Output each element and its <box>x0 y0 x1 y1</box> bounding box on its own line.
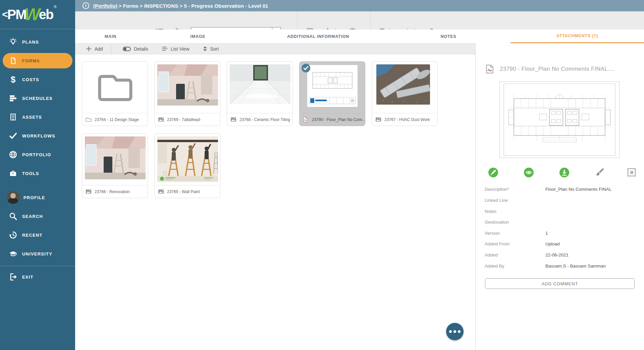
sidebar-item-label: RECENT <box>22 233 43 238</box>
photo-thumbnail <box>376 64 430 105</box>
logo-text-eb: eb <box>39 7 53 22</box>
sidebar-item-plans[interactable]: PLANS <box>3 34 72 50</box>
sidebar-item-university[interactable]: UNIVERSITY <box>3 246 72 261</box>
sidebar-item-label: PORTFOLIO <box>22 152 51 157</box>
sort-arrows-icon <box>203 46 207 52</box>
field-value[interactable]: Floor_Plan No Comments FINAL <box>545 187 611 192</box>
logo-registered-mark: ® <box>54 5 56 9</box>
breadcrumb-trail: > Forms > INSPECTIONS > 5 - Progress Obs… <box>117 3 268 9</box>
sidebar-item-label: COSTS <box>22 77 39 82</box>
sidebar-item-recent[interactable]: RECENT <box>3 227 72 243</box>
portfolio-link[interactable]: (Portfolio) <box>93 3 117 9</box>
folder-small-icon <box>86 117 92 122</box>
save-image-icon <box>627 168 636 177</box>
card-label-row: 23768 - Ceramic Floor Tiling <box>227 113 292 126</box>
field-value: Upload <box>545 241 560 246</box>
attachment-card-23764[interactable]: 23764 - 11 Design Stage <box>82 61 148 126</box>
markup-brush-button[interactable] <box>594 167 605 178</box>
field-row-added-by: Added By Bassam.S - Bassam Samman <box>485 260 639 272</box>
field-label: Linked Line <box>485 198 545 203</box>
attachment-card-23766[interactable]: 23766 - Renovation <box>82 133 148 198</box>
gantt-bars-icon <box>8 93 18 103</box>
building-icon <box>8 112 18 122</box>
sort-button[interactable]: Sort <box>203 44 219 54</box>
card-label: 23768 - Ceramic Floor Tiling <box>239 117 290 122</box>
photo-thumbnail <box>157 64 218 106</box>
document-icon <box>8 56 18 66</box>
toggle-icon <box>123 47 131 51</box>
attachment-card-23768[interactable]: 23768 - Ceramic Floor Tiling <box>227 61 293 126</box>
sidebar-item-portfolio[interactable]: PORTFOLIO <box>3 147 72 162</box>
attachments-action-bar: Add Details List View Sort <box>75 43 475 54</box>
field-value: Bassam.S - Bassam Samman <box>545 264 606 269</box>
image-small-icon <box>375 117 381 122</box>
card-label-row: 23767 - HVAC Duct Work <box>372 113 437 126</box>
download-attachment-button[interactable] <box>558 167 570 178</box>
tab-notes[interactable]: NOTES <box>386 30 511 43</box>
sort-label: Sort <box>210 46 219 52</box>
attachment-card-23767[interactable]: 23767 - HVAC Duct Work <box>372 61 438 126</box>
field-row-added: Added 22-06-2021 <box>485 249 639 260</box>
photo-thumbnail <box>85 136 146 179</box>
sidebar-item-schedules[interactable]: SCHEDULES <box>3 91 72 106</box>
edit-attachment-button[interactable] <box>487 167 499 178</box>
add-attachment-button[interactable]: Add <box>86 44 103 54</box>
sidebar-item-forms[interactable]: FORMS <box>3 53 72 68</box>
sidebar-item-tools[interactable]: TOOLS <box>3 166 72 181</box>
details-toggle[interactable]: Details <box>123 44 148 54</box>
logo-text-pm: PM <box>7 7 26 22</box>
sidebar-item-exit[interactable]: EXIT <box>3 269 72 285</box>
eye-icon <box>524 167 534 178</box>
lightbulb-icon <box>8 37 18 47</box>
sidebar-item-label: UNIVERSITY <box>22 251 52 256</box>
sidebar-item-assets[interactable]: ASSETS <box>3 109 72 125</box>
pmweb-app: <PMWeb® PLANS FORMS $ COSTS SCHEDULES <box>0 0 644 350</box>
field-label: Description* <box>485 187 545 192</box>
field-label: Geolocation <box>485 220 545 225</box>
card-label-row: 23764 - 11 Design Stage <box>82 113 148 126</box>
tab-attachments[interactable]: ATTACHMENTS (7) <box>511 30 644 43</box>
pdf-icon <box>485 64 494 74</box>
card-label: 23765 - Wall Paint <box>167 189 200 194</box>
tab-main[interactable]: MAIN <box>75 30 146 43</box>
field-row-version: Version 1 <box>485 228 639 239</box>
sidebar-item-workflows[interactable]: WORKFLOWS <box>3 128 72 143</box>
graduation-cap-icon <box>8 249 18 259</box>
dollar-icon: $ <box>8 74 18 84</box>
attachment-card-23790[interactable]: 23790 - Floor_Plan No Com... <box>299 61 365 126</box>
photo-thumbnail <box>157 136 218 182</box>
attachment-preview[interactable] <box>499 81 620 158</box>
info-icon[interactable]: i <box>83 2 89 9</box>
download-icon <box>559 167 570 178</box>
breadcrumb-bar: i (Portfolio) > Forms > INSPECTIONS > 5 … <box>75 0 644 11</box>
sidebar-item-profile[interactable]: PROFILE <box>3 190 72 205</box>
add-attachment-label: Add <box>95 46 103 52</box>
user-avatar <box>7 191 19 204</box>
tab-image[interactable]: IMAGE <box>146 30 250 43</box>
sidebar-item-costs[interactable]: $ COSTS <box>3 72 72 87</box>
field-value: 1 <box>545 231 548 236</box>
sidebar-item-label: SCHEDULES <box>22 96 53 101</box>
sidebar-item-search[interactable]: SEARCH <box>3 209 72 224</box>
add-comment-button[interactable]: ADD COMMENT <box>485 278 635 289</box>
attachment-card-23765[interactable]: 23765 - Wall Paint <box>154 133 220 198</box>
selected-check-icon <box>301 63 311 74</box>
sidebar-item-label: WORKFLOWS <box>22 133 55 138</box>
save-image-button[interactable] <box>626 167 637 178</box>
attachment-card-23769[interactable]: 23769 - 7a8a9ead- <box>154 61 220 126</box>
view-attachment-button[interactable] <box>523 167 534 178</box>
more-actions-fab[interactable] <box>446 323 464 340</box>
list-view-icon <box>162 46 168 51</box>
edit-pencil-icon <box>488 167 498 178</box>
attachment-title: 23790 - Floor_Plan No Comments FINAL.... <box>500 66 614 72</box>
field-row-description: Description* Floor_Plan No Comments FINA… <box>485 184 639 195</box>
pmweb-logo[interactable]: <PMWeb® <box>0 0 75 29</box>
search-icon <box>8 211 18 221</box>
sidebar-item-label: TOOLS <box>22 171 39 176</box>
tab-additional-information[interactable]: ADDITIONAL INFORMATION <box>250 30 386 43</box>
sidebar-divider <box>0 266 75 266</box>
dot-icon <box>453 330 456 333</box>
card-label: 23769 - 7a8a9ead- <box>167 117 201 122</box>
sidebar-item-label: PROFILE <box>23 195 45 200</box>
list-view-button[interactable]: List View <box>162 44 190 54</box>
